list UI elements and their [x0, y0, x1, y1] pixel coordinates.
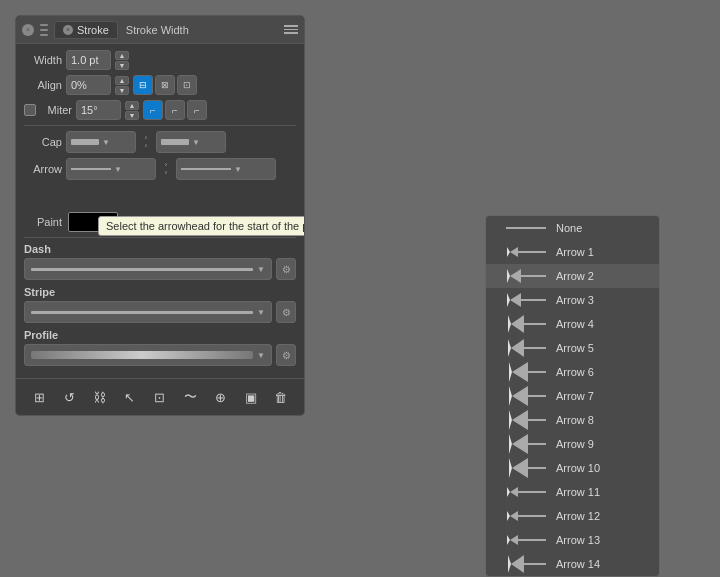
arrow-7-shape: [509, 386, 546, 406]
cap-end-selector[interactable]: ▼: [156, 131, 226, 153]
divider-1: [24, 125, 296, 126]
width-up[interactable]: ▲: [115, 51, 129, 60]
align-outside-btn[interactable]: ⊡: [177, 75, 197, 95]
shaft-2: [521, 275, 546, 277]
dash-selector[interactable]: ▼: [24, 258, 272, 280]
stripe-selector[interactable]: ▼: [24, 301, 272, 323]
arrow-btn-up[interactable]: ›: [160, 162, 172, 168]
shaft-8: [528, 419, 546, 421]
join-icons: ⌐ ⌐ ⌐: [143, 100, 207, 120]
panel-menu-button[interactable]: [284, 24, 298, 36]
miter-checkbox[interactable]: [24, 104, 36, 116]
arrow-option-2[interactable]: Arrow 2: [486, 264, 659, 288]
arrow-8-shape: [509, 410, 546, 430]
profile-chevron: ▼: [257, 351, 265, 360]
square-button[interactable]: ▣: [239, 385, 263, 409]
arrow-13-label: Arrow 13: [556, 534, 600, 546]
shaft-6: [528, 371, 546, 373]
arrow-option-9[interactable]: Arrow 9: [486, 432, 659, 456]
arrow-option-14[interactable]: Arrow 14: [486, 552, 659, 576]
miter-row: Miter ▲ ▼ ⌐ ⌐ ⌐: [24, 100, 296, 120]
arrow-10-label: Arrow 10: [556, 462, 600, 474]
tooltip-text: Select the arrowhead for the start of th…: [106, 220, 305, 232]
arrow-5-label: Arrow 5: [556, 342, 594, 354]
join-icon-2[interactable]: ⌐: [165, 100, 185, 120]
cap-start-chevron: ▼: [102, 138, 110, 147]
align-row: Align ▲ ▼ ⊟ ⊠ ⊡: [24, 75, 296, 95]
shaft-14: [524, 563, 546, 565]
arrow-option-1[interactable]: Arrow 1: [486, 240, 659, 264]
arrow-option-5[interactable]: Arrow 5: [486, 336, 659, 360]
frame-button[interactable]: ⊡: [148, 385, 172, 409]
path-button[interactable]: 〜: [178, 385, 202, 409]
align-inside-btn[interactable]: ⊟: [133, 75, 153, 95]
tab-close-icon[interactable]: ×: [63, 25, 73, 35]
link-button[interactable]: ⛓: [88, 385, 112, 409]
stroke-tab[interactable]: × Stroke: [54, 21, 118, 39]
ah-14: [508, 555, 524, 573]
arrow-6-label: Arrow 6: [556, 366, 594, 378]
arrow-end-selector[interactable]: ▼: [176, 158, 276, 180]
arrow-option-none[interactable]: None: [486, 216, 659, 240]
arrow-10-icon: [496, 458, 546, 478]
width-down[interactable]: ▼: [115, 61, 129, 70]
plus-button[interactable]: ⊕: [208, 385, 232, 409]
join-icon-3[interactable]: ⌐: [187, 100, 207, 120]
stripe-chevron: ▼: [257, 308, 265, 317]
arrow-4-label: Arrow 4: [556, 318, 594, 330]
arrow-5-shape: [508, 339, 546, 357]
panel-body: Width ▲ ▼ Align ▲ ▼ ⊟ ⊠ ⊡: [16, 44, 304, 378]
shaft-10: [528, 467, 546, 469]
profile-selector[interactable]: ▼: [24, 344, 272, 366]
shaft-9: [528, 443, 546, 445]
align-up[interactable]: ▲: [115, 76, 129, 85]
miter-input[interactable]: [76, 100, 121, 120]
miter-up[interactable]: ▲: [125, 101, 139, 110]
arrow-option-6[interactable]: Arrow 6: [486, 360, 659, 384]
align-input[interactable]: [66, 75, 111, 95]
trash-button[interactable]: 🗑: [269, 385, 293, 409]
arrow-option-3[interactable]: Arrow 3: [486, 288, 659, 312]
stripe-settings-btn[interactable]: ⚙: [276, 301, 296, 323]
stripe-bar: [31, 311, 253, 314]
dash-bar: [31, 268, 253, 271]
arrow-1-shape: [507, 247, 546, 257]
sliders-button[interactable]: ⊞: [27, 385, 51, 409]
close-button[interactable]: ×: [22, 24, 34, 36]
cap-btn-up[interactable]: ›: [140, 135, 152, 141]
stroke-tab-label: Stroke: [77, 24, 109, 36]
arrow-dropdown-menu: None Arrow 1 Arrow 2 Arrow 3: [485, 215, 660, 577]
arrow-option-8[interactable]: Arrow 8: [486, 408, 659, 432]
align-label: Align: [24, 79, 62, 91]
arrow-start-selector[interactable]: ▼: [66, 158, 156, 180]
miter-down[interactable]: ▼: [125, 111, 139, 120]
align-down[interactable]: ▼: [115, 86, 129, 95]
panel-header: × × Stroke Stroke Width: [16, 16, 304, 44]
arrow-option-10[interactable]: Arrow 10: [486, 456, 659, 480]
pointer-button[interactable]: ↖: [118, 385, 142, 409]
refresh-button[interactable]: ↺: [57, 385, 81, 409]
width-input[interactable]: [66, 50, 111, 70]
profile-preview: [31, 351, 253, 359]
align-center-btn[interactable]: ⊠: [155, 75, 175, 95]
arrow-between: › ‹: [160, 162, 172, 176]
cap-start-selector[interactable]: ▼: [66, 131, 136, 153]
align-icons: ⊟ ⊠ ⊡: [133, 75, 197, 95]
arrow-option-4[interactable]: Arrow 4: [486, 312, 659, 336]
arrow-option-7[interactable]: Arrow 7: [486, 384, 659, 408]
stroke-width-title: Stroke Width: [126, 24, 189, 36]
arrow-option-11[interactable]: Arrow 11: [486, 480, 659, 504]
join-icon-1[interactable]: ⌐: [143, 100, 163, 120]
arrow-8-label: Arrow 8: [556, 414, 594, 426]
arrow-option-13[interactable]: Arrow 13: [486, 528, 659, 552]
arrow-11-shape: [507, 487, 546, 497]
dash-settings-btn[interactable]: ⚙: [276, 258, 296, 280]
ah-12: [507, 511, 518, 521]
cap-btn-dn[interactable]: ‹: [140, 143, 152, 149]
arrow-btn-dn[interactable]: ‹: [160, 170, 172, 176]
profile-settings-btn[interactable]: ⚙: [276, 344, 296, 366]
arrow-option-12[interactable]: Arrow 12: [486, 504, 659, 528]
arrow-3-icon: [496, 293, 546, 307]
shaft-4: [524, 323, 546, 325]
arrow-1-icon: [496, 247, 546, 257]
